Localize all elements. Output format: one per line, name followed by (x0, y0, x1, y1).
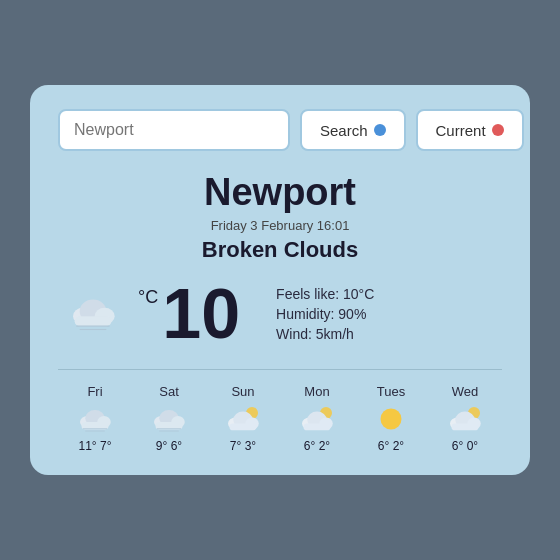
forecast-day-fri: Fri 11° 7° (58, 384, 132, 453)
city-search-input[interactable]: Newport (58, 109, 290, 151)
forecast-icon-sun (225, 405, 261, 433)
forecast-day-sun: Sun 7° 3° (206, 384, 280, 453)
temp-value: 10 (162, 279, 240, 349)
svg-point-28 (381, 409, 402, 430)
forecast-icon-fri (77, 405, 113, 433)
forecast-day-mon: Mon 6° 2° (280, 384, 354, 453)
forecast-row: Fri 11° 7° Sat 9° 6° (58, 384, 502, 453)
wind: Wind: 5km/h (276, 326, 374, 342)
weather-condition: Broken Clouds (58, 237, 502, 263)
day-label: Mon (304, 384, 329, 399)
svg-rect-22 (230, 424, 257, 431)
day-label: Sun (231, 384, 254, 399)
temp-unit: °C (138, 287, 158, 308)
forecast-icon-tues (373, 405, 409, 433)
svg-rect-33 (452, 424, 479, 431)
main-weather-icon (68, 292, 118, 336)
search-button[interactable]: Search (300, 109, 406, 151)
forecast-day-wed: Wed 6° 0° (428, 384, 502, 453)
forecast-day-tues: Tues 6° 2° (354, 384, 428, 453)
current-location-button[interactable]: Current (416, 109, 524, 151)
humidity: Humidity: 90% (276, 306, 374, 322)
search-icon (374, 124, 386, 136)
day-temps: 9° 6° (156, 439, 182, 453)
top-bar: Newport Search Current (58, 109, 502, 151)
date-time: Friday 3 February 16:01 (58, 218, 502, 233)
current-label: Current (436, 122, 486, 139)
day-label: Sat (159, 384, 179, 399)
city-name: Newport (58, 171, 502, 214)
forecast-icon-sat (151, 405, 187, 433)
current-weather-row: °C 10 Feels like: 10°C Humidity: 90% Win… (58, 279, 502, 349)
day-temps: 7° 3° (230, 439, 256, 453)
day-label: Fri (87, 384, 102, 399)
temperature-display: °C 10 (138, 279, 240, 349)
forecast-icon-mon (299, 405, 335, 433)
day-temps: 11° 7° (79, 439, 112, 453)
day-temps: 6° 2° (304, 439, 330, 453)
divider (58, 369, 502, 370)
feels-like: Feels like: 10°C (276, 286, 374, 302)
day-label: Wed (452, 384, 479, 399)
svg-rect-27 (304, 424, 331, 431)
svg-rect-3 (75, 316, 112, 326)
forecast-icon-wed (447, 405, 483, 433)
location-icon (492, 124, 504, 136)
forecast-day-sat: Sat 9° 6° (132, 384, 206, 453)
weather-details: Feels like: 10°C Humidity: 90% Wind: 5km… (276, 286, 374, 342)
day-temps: 6° 2° (378, 439, 404, 453)
weather-card: Newport Search Current Newport Friday 3 … (30, 85, 530, 475)
search-label: Search (320, 122, 368, 139)
day-temps: 6° 0° (452, 439, 478, 453)
day-label: Tues (377, 384, 405, 399)
